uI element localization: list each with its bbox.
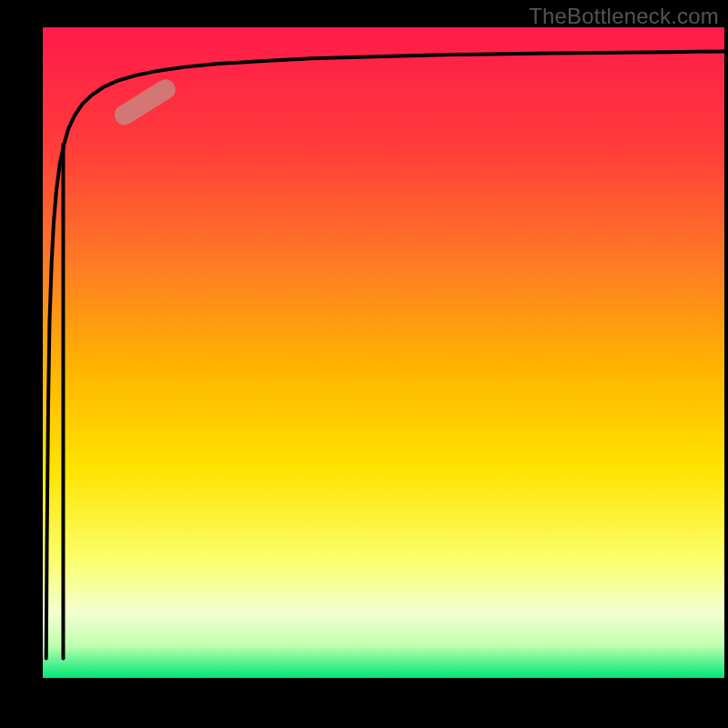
highlight-capsule xyxy=(111,76,179,128)
plot-frame xyxy=(43,27,724,678)
chart-container: TheBottleneck.com xyxy=(0,0,728,728)
series-curve xyxy=(46,51,724,658)
curve-layer xyxy=(43,27,724,678)
watermark-text: TheBottleneck.com xyxy=(529,4,719,29)
